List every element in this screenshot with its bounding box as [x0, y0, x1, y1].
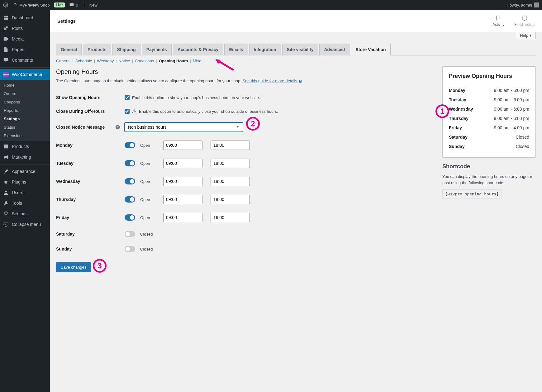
day-label-tuesday: Tuesday — [56, 161, 125, 166]
new-link[interactable]: New — [83, 2, 97, 7]
tab-accounts-privacy[interactable]: Accounts & Privacy — [173, 44, 223, 55]
tab-site-visibility[interactable]: Site visibility — [282, 44, 318, 55]
day-toggle-friday[interactable] — [125, 214, 135, 221]
tab-general[interactable]: General — [56, 44, 82, 55]
preview-row-monday: Monday9:00 am - 6:00 pm — [449, 86, 529, 95]
mega-icon — [3, 154, 9, 160]
day-toggle-saturday[interactable] — [125, 231, 135, 237]
submenu-item-orders[interactable]: Orders — [0, 89, 50, 98]
submenu-item-reports[interactable]: Reports — [0, 106, 50, 115]
sidebar-item-posts[interactable]: Posts — [0, 23, 50, 34]
notice-message-select[interactable]: Non business hours — [125, 122, 243, 132]
preview-row-saturday: SaturdayClosed — [449, 132, 529, 142]
day-label-wednesday: Wednesday — [56, 179, 125, 184]
day-toggle-sunday[interactable] — [125, 246, 135, 252]
tab-shipping[interactable]: Shipping — [112, 44, 140, 55]
day-state-wednesday: Open — [140, 179, 156, 184]
comment-icon — [3, 57, 9, 63]
subtab-opening-hours[interactable]: Opening Hours — [159, 59, 188, 63]
gear-icon — [3, 211, 9, 217]
page-icon — [3, 47, 9, 52]
day-toggle-monday[interactable] — [125, 142, 135, 148]
shortcode-code[interactable]: [wsvpro_opening_hours] — [442, 189, 502, 198]
preview-title: Preview Opening Hours — [449, 73, 529, 79]
show-hours-checkbox[interactable] — [125, 95, 130, 100]
sidebar-item-plugins[interactable]: Plugins — [0, 177, 50, 187]
day-state-tuesday: Open — [140, 161, 156, 166]
sidebar-item-marketing[interactable]: Marketing — [0, 152, 50, 162]
tab-products[interactable]: Products — [83, 44, 111, 55]
sidebar-item-users[interactable]: Users — [0, 187, 50, 198]
howdy-user[interactable]: Howdy, admin — [507, 2, 539, 7]
subtab-general[interactable]: General — [56, 59, 70, 63]
day-toggle-wednesday[interactable] — [125, 178, 135, 184]
sidebar-item-tools[interactable]: Tools — [0, 198, 50, 208]
day-to-friday[interactable] — [211, 213, 250, 222]
day-label-saturday: Saturday — [56, 232, 125, 237]
admin-sidebar: DashboardPostsMediaPagesCommentswooWooCo… — [0, 10, 50, 392]
sidebar-item-dashboard[interactable]: Dashboard — [0, 12, 50, 23]
site-link[interactable]: MyPreview Shop — [12, 2, 50, 7]
day-to-wednesday[interactable] — [211, 177, 250, 186]
page-header-title: Settings — [57, 18, 76, 24]
day-state-friday: Open — [140, 215, 156, 220]
day-from-tuesday[interactable] — [163, 159, 202, 168]
tab-advanced[interactable]: Advanced — [319, 44, 349, 55]
close-offhours-checkbox[interactable] — [125, 109, 130, 114]
preview-row-wednesday: Wednesday9:00 am - 6:00 pm — [449, 104, 529, 114]
sidebar-item-collapse-menu[interactable]: Collapse menu — [0, 219, 50, 230]
sidebar-item-comments[interactable]: Comments — [0, 55, 50, 65]
finish-setup-button[interactable]: Finish setup — [514, 15, 535, 27]
sidebar-item-media[interactable]: Media — [0, 34, 50, 44]
day-state-saturday: Closed — [140, 232, 156, 237]
day-label-thursday: Thursday — [56, 197, 125, 202]
submenu-item-extensions[interactable]: Extensions — [0, 131, 50, 140]
plug-icon — [3, 179, 9, 185]
day-to-thursday[interactable] — [211, 195, 250, 204]
submenu-item-settings[interactable]: Settings — [0, 115, 50, 123]
warning-icon — [132, 109, 136, 113]
subtab-weekday[interactable]: Weekday — [97, 59, 114, 63]
day-toggle-thursday[interactable] — [125, 196, 135, 203]
preview-row-friday: Friday9:00 am - 4:00 pm — [449, 123, 529, 132]
day-from-thursday[interactable] — [163, 195, 202, 204]
tab-integration[interactable]: Integration — [249, 44, 281, 55]
tab-payments[interactable]: Payments — [142, 44, 172, 55]
day-toggle-tuesday[interactable] — [125, 160, 135, 166]
day-to-monday[interactable] — [211, 141, 250, 150]
subtab-misc[interactable]: Misc — [193, 59, 201, 63]
help-toggle[interactable]: Help ▾ — [516, 32, 536, 39]
guide-link[interactable]: See this guide for more details — [242, 79, 302, 83]
tab-store-vacation[interactable]: Store Vacation — [351, 44, 390, 55]
sidebar-item-pages[interactable]: Pages — [0, 44, 50, 55]
wp-logo[interactable] — [3, 2, 8, 7]
day-state-sunday: Closed — [140, 247, 156, 251]
day-from-monday[interactable] — [163, 141, 202, 150]
day-state-thursday: Open — [140, 197, 156, 202]
day-to-tuesday[interactable] — [211, 159, 250, 168]
save-changes-button[interactable]: Save changes — [56, 262, 91, 272]
svg-text:?: ? — [117, 125, 118, 129]
sidebar-item-settings[interactable]: Settings — [0, 208, 50, 219]
sidebar-item-products[interactable]: Products — [0, 141, 50, 152]
submenu-item-home[interactable]: Home — [0, 81, 50, 89]
sidebar-item-appearance[interactable]: Appearance — [0, 166, 50, 177]
user-icon — [3, 190, 9, 195]
comments-link[interactable]: 0 — [69, 2, 78, 7]
circle-icon — [521, 15, 528, 21]
sidebar-item-woocommerce[interactable]: wooWooCommerce — [0, 69, 50, 80]
shortcode-title: Shortcode — [442, 163, 536, 170]
day-from-friday[interactable] — [163, 213, 202, 222]
tab-emails[interactable]: Emails — [224, 44, 248, 55]
sub-tabs: General | Schedule | Weekday | Notice | … — [56, 55, 536, 66]
submenu-item-status[interactable]: Status — [0, 123, 50, 131]
day-from-wednesday[interactable] — [163, 177, 202, 186]
pin-icon — [3, 26, 9, 31]
activity-button[interactable]: Activity — [492, 15, 504, 27]
subtab-notice[interactable]: Notice — [119, 59, 130, 63]
subtab-conditions[interactable]: Conditions — [135, 59, 154, 63]
flag-icon — [495, 15, 502, 21]
submenu-item-coupons[interactable]: Coupons — [0, 98, 50, 106]
help-icon[interactable]: ? — [115, 125, 120, 130]
subtab-schedule[interactable]: Schedule — [75, 59, 92, 63]
